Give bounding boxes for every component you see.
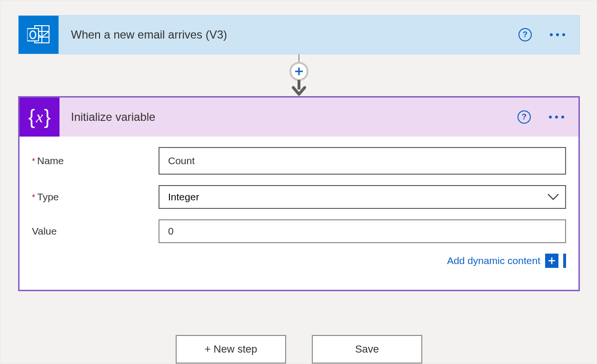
dynamic-content-flyout-handle[interactable] xyxy=(563,254,566,268)
required-star: * xyxy=(32,193,35,203)
field-row-type: * Type Integer xyxy=(32,185,566,209)
trigger-controls: ? xyxy=(518,28,566,41)
value-input[interactable] xyxy=(159,219,566,243)
arrow-down-icon xyxy=(289,80,308,96)
type-value: Integer xyxy=(168,191,199,203)
dynamic-content-row: Add dynamic content xyxy=(32,254,566,281)
field-row-value: Value xyxy=(32,219,566,243)
save-button[interactable]: Save xyxy=(312,335,422,364)
action-body: * Name * Type Integer Value xyxy=(20,137,578,290)
action-controls: ? xyxy=(517,110,565,124)
trigger-card[interactable]: When a new email arrives (V3) ? xyxy=(18,15,580,54)
bottom-button-row: + New step Save xyxy=(18,335,580,364)
required-star: * xyxy=(32,157,35,167)
connector-line xyxy=(298,54,299,62)
name-input[interactable] xyxy=(159,147,566,175)
new-step-button[interactable]: + New step xyxy=(176,335,286,364)
type-select[interactable]: Integer xyxy=(159,185,566,209)
field-row-name: * Name xyxy=(32,147,566,175)
more-menu-icon[interactable] xyxy=(548,116,565,118)
value-label: Value xyxy=(32,226,159,237)
dynamic-content-plus-button[interactable] xyxy=(545,254,558,268)
action-title: Initialize variable xyxy=(71,110,517,124)
action-card: {x} Initialize variable ? * Name * Type xyxy=(18,96,580,291)
add-dynamic-content-link[interactable]: Add dynamic content xyxy=(447,255,540,266)
trigger-title: When a new email arrives (V3) xyxy=(71,28,518,41)
connector xyxy=(18,54,580,96)
insert-step-button[interactable] xyxy=(289,62,308,81)
outlook-icon xyxy=(19,16,59,54)
more-menu-icon[interactable] xyxy=(549,33,566,36)
help-icon[interactable]: ? xyxy=(518,28,532,41)
flow-designer-canvas: When a new email arrives (V3) ? {x} Init… xyxy=(0,0,597,364)
variable-icon: {x} xyxy=(20,98,60,137)
help-icon[interactable]: ? xyxy=(517,110,531,124)
action-header[interactable]: {x} Initialize variable ? xyxy=(20,98,578,137)
name-label: * Name xyxy=(32,155,159,167)
type-label: * Type xyxy=(32,191,159,203)
